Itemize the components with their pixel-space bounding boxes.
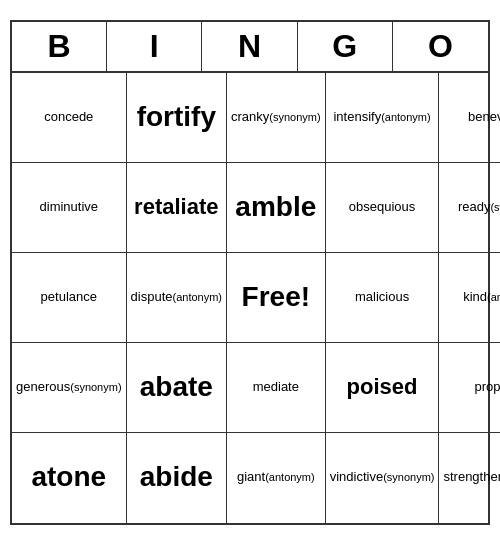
cell-main-text: generous — [16, 379, 70, 396]
bingo-cell: intensify(antonym) — [326, 73, 440, 163]
bingo-cell: abate — [127, 343, 227, 433]
cell-main-text: petulance — [41, 289, 97, 306]
cell-main-text: diminutive — [40, 199, 99, 216]
bingo-cell: fortify — [127, 73, 227, 163]
cell-sub-text: (synonym) — [490, 200, 500, 214]
bingo-cell: concede — [12, 73, 127, 163]
bingo-cell: Free! — [227, 253, 326, 343]
cell-main-text: abate — [140, 369, 213, 405]
cell-main-text: poised — [347, 373, 418, 402]
cell-main-text: atone — [31, 459, 106, 495]
bingo-cell: obsequious — [326, 163, 440, 253]
header-letter: G — [298, 22, 393, 71]
cell-sub-text: (synonym) — [383, 470, 434, 484]
cell-main-text: giant — [237, 469, 265, 486]
cell-main-text: obsequious — [349, 199, 416, 216]
bingo-cell: dispute(antonym) — [127, 253, 227, 343]
bingo-cell: poised — [326, 343, 440, 433]
bingo-cell: diminutive — [12, 163, 127, 253]
cell-main-text: Free! — [242, 279, 310, 315]
bingo-header: BINGO — [12, 22, 488, 73]
bingo-cell: malicious — [326, 253, 440, 343]
cell-main-text: vindictive — [330, 469, 383, 486]
bingo-grid: concedefortifycranky(synonym)intensify(a… — [12, 73, 488, 523]
cell-sub-text: (synonym) — [269, 110, 320, 124]
header-letter: B — [12, 22, 107, 71]
cell-main-text: dispute — [131, 289, 173, 306]
bingo-cell: abide — [127, 433, 227, 523]
cell-main-text: kind — [463, 289, 487, 306]
header-letter: I — [107, 22, 202, 71]
bingo-cell: giant(antonym) — [227, 433, 326, 523]
cell-main-text: fortify — [137, 99, 216, 135]
cell-main-text: cranky — [231, 109, 269, 126]
cell-main-text: propriety — [475, 379, 500, 396]
bingo-cell: retaliate — [127, 163, 227, 253]
cell-sub-text: (antonym) — [265, 470, 315, 484]
cell-main-text: mediate — [253, 379, 299, 396]
bingo-cell: strengthen(synonym) — [439, 433, 500, 523]
cell-main-text: strengthen — [443, 469, 500, 486]
bingo-cell: generous(synonym) — [12, 343, 127, 433]
header-letter: N — [202, 22, 297, 71]
bingo-cell: mediate — [227, 343, 326, 433]
bingo-card: BINGO concedefortifycranky(synonym)inten… — [10, 20, 490, 525]
bingo-cell: cranky(synonym) — [227, 73, 326, 163]
cell-sub-text: (antonym) — [487, 290, 500, 304]
header-letter: O — [393, 22, 488, 71]
cell-main-text: malicious — [355, 289, 409, 306]
bingo-cell: atone — [12, 433, 127, 523]
cell-sub-text: (antonym) — [381, 110, 431, 124]
cell-main-text: retaliate — [134, 193, 218, 222]
cell-main-text: concede — [44, 109, 93, 126]
cell-sub-text: (antonym) — [172, 290, 222, 304]
bingo-cell: vindictive(synonym) — [326, 433, 440, 523]
bingo-cell: propriety — [439, 343, 500, 433]
cell-main-text: abide — [140, 459, 213, 495]
cell-main-text: benevolent — [468, 109, 500, 126]
cell-sub-text: (synonym) — [70, 380, 121, 394]
bingo-cell: ready(synonym) — [439, 163, 500, 253]
cell-main-text: amble — [235, 189, 316, 225]
bingo-cell: petulance — [12, 253, 127, 343]
cell-main-text: ready — [458, 199, 491, 216]
bingo-cell: benevolent — [439, 73, 500, 163]
bingo-cell: kind(antonym) — [439, 253, 500, 343]
cell-main-text: intensify — [333, 109, 381, 126]
bingo-cell: amble — [227, 163, 326, 253]
